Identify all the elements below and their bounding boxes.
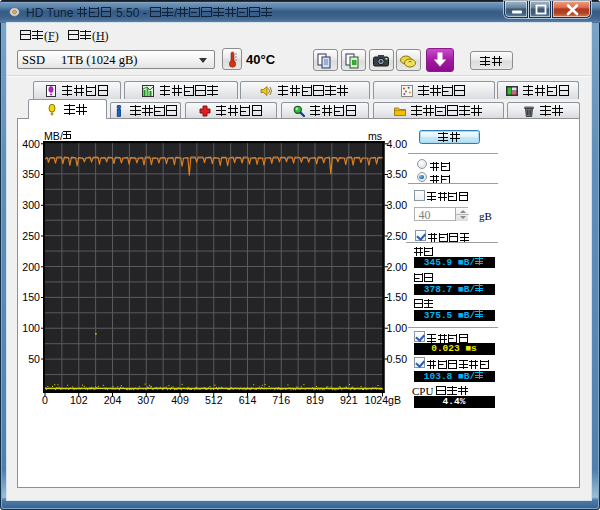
svg-text:150: 150 <box>22 291 40 303</box>
svg-text:2.50: 2.50 <box>387 230 408 242</box>
svg-text:1.00: 1.00 <box>387 322 408 334</box>
svg-text:100: 100 <box>22 322 40 334</box>
svg-text:50: 50 <box>28 353 40 365</box>
svg-text:350: 350 <box>22 168 40 180</box>
svg-text:1.50: 1.50 <box>387 291 408 303</box>
svg-text:ms: ms <box>368 130 382 142</box>
svg-text:3.50: 3.50 <box>387 168 408 180</box>
svg-text:2.00: 2.00 <box>387 261 408 273</box>
svg-text:3.00: 3.00 <box>387 199 408 211</box>
svg-text:300: 300 <box>22 199 40 211</box>
svg-text:400: 400 <box>22 138 40 150</box>
svg-text:0.50: 0.50 <box>387 353 408 365</box>
svg-text:250: 250 <box>22 230 40 242</box>
svg-text:4.00: 4.00 <box>387 138 408 150</box>
svg-text:200: 200 <box>22 261 40 273</box>
svg-text:MB/: MB/ <box>44 130 63 142</box>
